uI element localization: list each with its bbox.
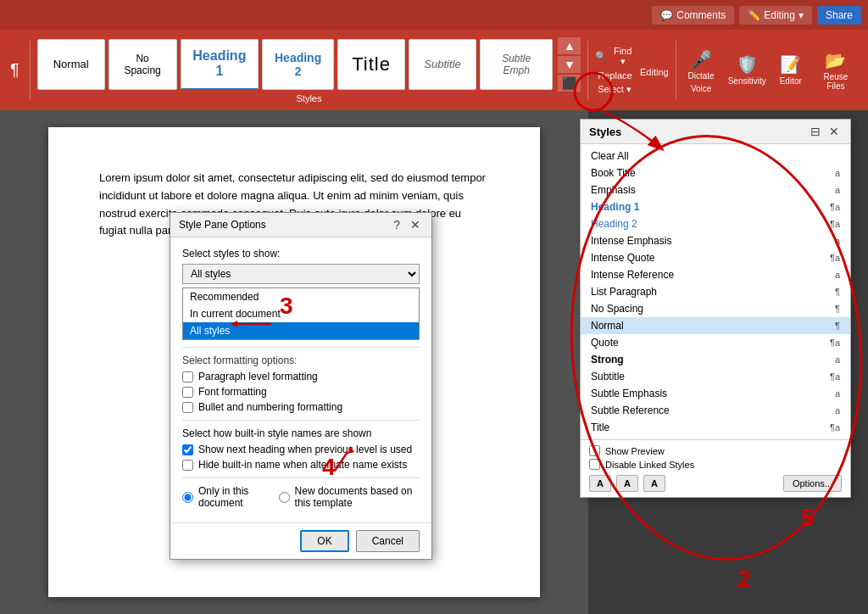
font-formatting-row: Font formatting [182,386,420,398]
font-formatting-checkbox[interactable] [182,387,193,398]
only-this-doc-label: Only in this document [198,485,265,509]
para-formatting-checkbox[interactable] [182,371,193,382]
dialog-separator2 [182,420,420,421]
styles-select[interactable]: Recommended In current document All styl… [182,264,420,284]
bullet-formatting-label: Bullet and numbering formatting [198,401,342,413]
font-formatting-label: Font formatting [198,386,267,398]
new-docs-label: New documents based on this template [295,485,420,509]
dialog-separator1 [182,347,420,348]
dropdown-option-recommended[interactable]: Recommended [183,288,419,305]
bullet-formatting-row: Bullet and numbering formatting [182,401,420,413]
show-next-heading-row: Show next heading when previous level is… [182,444,420,455]
bullet-formatting-checkbox[interactable] [182,402,193,413]
dialog-titlebar-buttons: ? ✕ [391,218,423,232]
hide-builtin-row: Hide built-in name when alternate name e… [182,459,420,471]
new-docs-row: New documents based on this template [279,485,420,509]
dialog-ok-button[interactable]: OK [300,530,348,552]
builtin-names-label: Select how built-in style names are show… [182,427,420,439]
show-next-heading-label: Show next heading when previous level is… [198,444,412,455]
show-next-heading-checkbox[interactable] [182,444,193,455]
dialog-footer: OK Cancel [170,522,431,559]
new-docs-radio[interactable] [279,492,290,503]
para-formatting-label: Paragraph level formatting [198,371,318,382]
dialog-close-btn[interactable]: ✕ [408,218,423,232]
dialog-body: Select styles to show: Recommended In cu… [170,237,431,522]
dropdown-options-list: Recommended In current document All styl… [182,287,420,340]
styles-dropdown-container: Recommended In current document All styl… [182,264,420,287]
dialog-separator3 [182,477,420,478]
document-template-radios: Only in this document New documents base… [182,485,420,512]
dropdown-option-all-styles[interactable]: All styles [183,322,419,339]
select-styles-label: Select styles to show: [182,248,420,260]
style-pane-options-dialog: Style Pane Options ? ✕ Select styles to … [170,212,432,560]
formatting-options-label: Select formatting options: [182,354,420,366]
dialog-help-btn[interactable]: ? [391,218,403,232]
hide-builtin-checkbox[interactable] [182,460,193,471]
dialog-cancel-button[interactable]: Cancel [356,530,420,552]
dropdown-option-current-doc[interactable]: In current document [183,305,419,322]
only-this-doc-radio[interactable] [182,492,193,503]
para-formatting-row: Paragraph level formatting [182,371,420,382]
hide-builtin-label: Hide built-in name when alternate name e… [198,459,407,471]
dialog-title: Style Pane Options [179,219,266,231]
dialog-overlay: Style Pane Options ? ✕ Select styles to … [0,0,868,614]
only-this-doc-row: Only in this document [182,485,265,509]
dialog-titlebar: Style Pane Options ? ✕ [170,213,431,237]
